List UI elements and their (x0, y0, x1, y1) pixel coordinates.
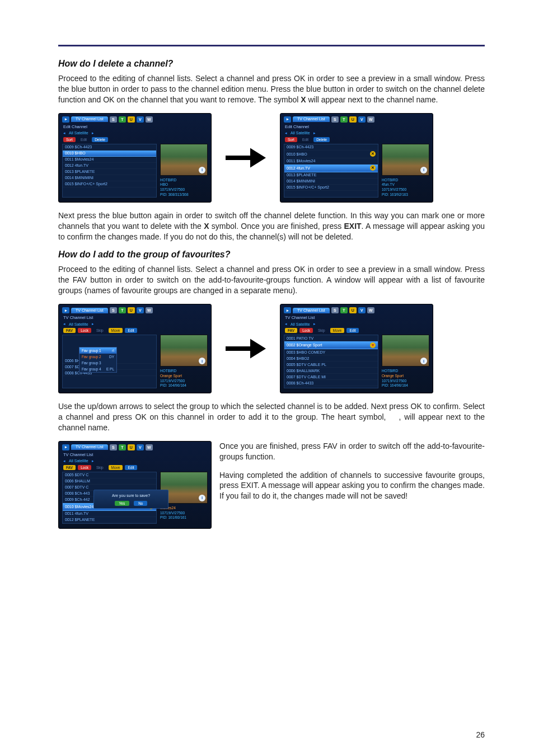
func-key-icon: V (137, 444, 144, 450)
info-icon: i (420, 167, 427, 173)
arrow-right-icon (221, 332, 271, 365)
func-key-icon: T (119, 307, 126, 313)
chevron-left-icon: ◂ (63, 322, 65, 326)
delete-channel-intro: Proceed to the editing of channel lists.… (58, 73, 485, 105)
func-key-icon: U (128, 116, 135, 123)
func-key-icon: V (137, 116, 144, 123)
list-item: 0007 $DTV CABLE MI (284, 374, 378, 380)
func-key-icon: S (331, 307, 339, 313)
favourites-save-block: ▸ TV Channel List S T U V W TV Channel L… (58, 441, 485, 533)
dialog-text: Are you sure to save? (97, 494, 165, 497)
popup-tail: DY (109, 355, 114, 359)
skip-button: Skip (315, 328, 328, 333)
panel-subtitle: Edit Channel (285, 124, 429, 129)
edit-button: Edit (299, 137, 311, 142)
dialog-no-button: No (134, 501, 147, 506)
satellite-label: All Satellite (291, 131, 310, 135)
list-item: 0004 $HBO2 (284, 355, 378, 361)
sort-button: Sort (285, 137, 297, 142)
manual-page: How do I delete a channel? Proceed to th… (0, 0, 534, 756)
satellite-selector: ◂ All Satellite ▸ (285, 131, 429, 135)
func-key-icon: T (340, 116, 348, 123)
popup-tail: rt (112, 349, 114, 353)
tab-row: ▸ TV Channel List S T U V W (284, 307, 429, 313)
panel-subtitle: Edit Channel (63, 124, 208, 129)
side-panel: i HOTBIRD Orange Sport 10719/V/27500 PID… (160, 335, 208, 388)
tab-title: TV Channel List (71, 116, 108, 122)
preview-window: i (382, 144, 429, 176)
func-key-icon: S (110, 116, 117, 123)
fav-button: FAV (63, 465, 76, 470)
tab-title: TV Channel List (71, 444, 108, 450)
info-pid: PID: 164/96/164 (382, 383, 429, 388)
popup-item: Fav group 2 DY (79, 354, 116, 360)
skip-button: Skip (93, 328, 106, 333)
nav-dot-icon: ▸ (284, 116, 291, 123)
action-row: FAV Lock Skip Move Edit (63, 328, 208, 333)
nav-dot-icon: ▸ (62, 116, 69, 123)
tab-title: TV Channel List (293, 308, 330, 313)
func-key-icon: S (110, 307, 117, 313)
nav-dot-icon: ▸ (62, 444, 69, 450)
info-sat: HOTBIRD (382, 369, 429, 374)
info-freq: 10719/V/27500 (382, 187, 429, 192)
fav-button: FAV (285, 328, 297, 333)
channel-list: 0009 $Ch-4423 0010 $HBO 0011 $Movies24 0… (62, 144, 157, 198)
list-item: 0015 $INFO+/C+ Sport2 (284, 185, 378, 191)
delete-button: Delete (313, 137, 330, 142)
heading-delete-channel: How do I delete a channel? (58, 59, 485, 69)
side-panel: i HOTBIRD Orange Sport 10719/V/27500 PID… (382, 335, 429, 388)
info-sat: HOTBIRD (382, 178, 429, 183)
info-block: HOTBIRD HBO 10719/V/27500 PID: 368/313/3… (160, 178, 208, 198)
info-icon: i (199, 167, 205, 173)
info-freq: 10719/V/27500 (160, 511, 208, 516)
popup-item: Fav group 1 rt (79, 348, 116, 354)
list-item: 0005 $DTV C (63, 472, 156, 478)
list-item: 0013 $PLANETE (284, 172, 378, 179)
info-pid: PID: 161/80/161 (160, 515, 208, 520)
page-number: 26 (476, 730, 485, 739)
bold-x: X (301, 95, 306, 104)
info-pid: PID: 163/92/163 (382, 192, 429, 198)
satellite-selector: ◂ All Satellite ▸ (63, 131, 208, 135)
edit-button: Edit (125, 465, 137, 470)
edit-button: Edit (125, 328, 137, 333)
stb-fav-popup: ▸ TV Channel List S T U V W TV Channel L… (58, 304, 212, 393)
move-button: Move (330, 328, 345, 333)
list-item-label: 0010 $HBO (287, 152, 307, 156)
list-item: 0010 $HBO ✕ (284, 151, 378, 158)
dialog-buttons: Yes No (97, 501, 165, 506)
text: symbol. Once you are finished, press (209, 222, 344, 231)
delete-channel-followup: Next press the blue button again in orde… (58, 210, 485, 242)
func-key-icon: U (349, 116, 357, 123)
delete-mark-icon: ✕ (370, 151, 376, 157)
save-confirm-dialog: Are you sure to save? Yes No (93, 490, 168, 509)
list-item: 0006 $HALLMARK (284, 368, 378, 374)
list-item: 0015 $INFO+/C+ Sport2 (63, 181, 156, 187)
heart-placeholder (389, 412, 399, 421)
action-row: Sort Edit Delete (285, 137, 429, 142)
func-key-icon: U (128, 307, 135, 313)
satellite-selector: ◂ All Satellite ▸ (285, 322, 429, 326)
content-row: 0009 $Ch-4423 0010 $HBO ✕ 0011 $Movies24… (284, 144, 429, 198)
tab-row: ▸ TV Channel List S T U V W (284, 116, 429, 123)
func-key-icon: W (367, 307, 374, 313)
list-item-label: 0012 4fun.TV (287, 166, 310, 170)
chevron-right-icon: ▸ (92, 459, 94, 463)
heading-add-favourites: How do I add to the group of favourites? (58, 250, 485, 260)
func-key-icon: U (349, 307, 357, 313)
info-icon: i (199, 495, 205, 501)
chevron-left-icon: ◂ (285, 322, 287, 326)
action-row: Sort Edit Delete (63, 137, 208, 142)
list-item-label: 0010 $Movies24 (65, 505, 93, 509)
text: will appear next to the channel name. (306, 95, 438, 104)
preview-window: i (160, 144, 208, 176)
info-freq: 10719/V/27500 (160, 187, 208, 192)
list-item: 0001 PATIO TV (284, 335, 378, 341)
channel-list: 0001 PATIO TV 0002 $Orange Sport ♥ 0003 … (284, 335, 378, 388)
chevron-right-icon: ▸ (92, 322, 94, 326)
func-key-icon: T (119, 116, 126, 123)
popup-tail: E PL (106, 367, 114, 371)
chevron-left-icon: ◂ (63, 459, 65, 463)
stb-fav-applied: ▸ TV Channel List S T U V W TV Channel L… (280, 304, 433, 393)
